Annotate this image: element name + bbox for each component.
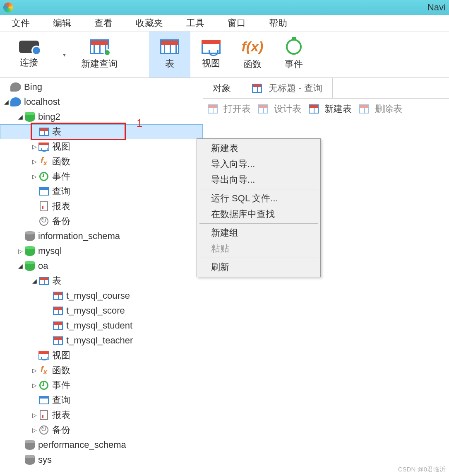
tree-item[interactable]: ◢表 bbox=[0, 273, 203, 288]
tree-item[interactable]: ▷表 bbox=[0, 124, 203, 139]
chevron-right-icon[interactable]: ▷ bbox=[31, 367, 38, 374]
tree-item[interactable]: ▷t_mysql_score bbox=[0, 303, 203, 318]
tree-item[interactable]: ▷报表 bbox=[0, 199, 203, 214]
menu-item[interactable]: 窗口 bbox=[216, 17, 257, 29]
context-menu-item[interactable]: 在数据库中查找 bbox=[198, 206, 319, 222]
tree-item[interactable]: ▷报表 bbox=[0, 408, 203, 423]
toolbar-newquery-button[interactable]: 新建查询 bbox=[70, 31, 128, 77]
app-title: Navi bbox=[427, 2, 446, 13]
tree-item[interactable]: ◢bing2 bbox=[0, 109, 203, 124]
tree-item[interactable]: ▷information_schema bbox=[0, 229, 203, 244]
tree-item[interactable]: ▷视图 bbox=[0, 139, 203, 154]
tree-item[interactable]: ▷Bing bbox=[0, 80, 203, 94]
tree-label: 查询 bbox=[52, 185, 70, 198]
menu-item[interactable]: 帮助 bbox=[257, 17, 299, 29]
function-icon: fx bbox=[38, 365, 50, 376]
button-label: 新建表 bbox=[324, 103, 352, 115]
tree-item[interactable]: ▷t_mysql_teacher bbox=[0, 333, 203, 348]
delete-table-button[interactable]: 删除表 bbox=[358, 103, 402, 115]
table-icon bbox=[38, 126, 50, 138]
menu-item[interactable]: 收藏夹 bbox=[124, 17, 175, 29]
table-icon bbox=[52, 335, 64, 346]
toolbar-label: 事件 bbox=[285, 58, 303, 70]
context-menu-item[interactable]: 导入向导... bbox=[198, 156, 319, 172]
tree-item[interactable]: ▷事件 bbox=[0, 378, 203, 393]
button-label: 设计表 bbox=[274, 103, 301, 115]
context-menu-item[interactable]: 运行 SQL 文件... bbox=[198, 191, 319, 206]
table-plus-icon bbox=[90, 39, 109, 54]
tree-item[interactable]: ▷视图 bbox=[0, 348, 203, 363]
chevron-right-icon[interactable]: ▷ bbox=[31, 158, 38, 165]
toolbar-fx-button[interactable]: f(x)函数 bbox=[232, 31, 273, 77]
view-icon bbox=[38, 350, 50, 361]
menu-item[interactable]: 工具 bbox=[175, 17, 216, 29]
toolbar-view-button[interactable]: 视图 bbox=[190, 31, 232, 77]
chevron-right-icon[interactable]: ▷ bbox=[31, 382, 38, 389]
chevron-right-icon[interactable]: ▷ bbox=[31, 412, 38, 418]
tree-item[interactable]: ◢oa bbox=[0, 259, 203, 273]
tree-item[interactable]: ▷fx函数 bbox=[0, 363, 203, 378]
tab-objects[interactable]: 对象 bbox=[203, 78, 241, 98]
tree-item[interactable]: ▷t_mysql_student bbox=[0, 318, 203, 333]
new-table-button[interactable]: 新建表 bbox=[308, 103, 352, 115]
table-icon bbox=[257, 103, 269, 115]
menu-item[interactable]: 文件 bbox=[0, 17, 41, 29]
tree-item[interactable]: ▷备份 bbox=[0, 423, 203, 437]
tab-untitled-query[interactable]: 无标题 - 查询 bbox=[241, 78, 333, 98]
tree-label: sys bbox=[38, 454, 52, 465]
tree-label: information_schema bbox=[38, 231, 120, 242]
database-icon bbox=[24, 245, 36, 257]
chevron-down-icon[interactable]: ◢ bbox=[2, 99, 10, 105]
chevron-down-icon[interactable]: ◢ bbox=[31, 278, 38, 284]
toolbar-clock-button[interactable]: 事件 bbox=[273, 31, 315, 77]
context-menu-item[interactable]: 刷新 bbox=[198, 259, 319, 275]
chevron-right-icon[interactable]: ▷ bbox=[31, 427, 38, 433]
app-icon bbox=[3, 2, 13, 12]
chevron-down-icon[interactable]: ◢ bbox=[17, 114, 24, 120]
chevron-right-icon[interactable]: ▷ bbox=[17, 248, 24, 254]
tree-label: 备份 bbox=[52, 424, 70, 436]
table-icon bbox=[207, 103, 218, 115]
chevron-right-icon[interactable]: ▷ bbox=[31, 143, 38, 150]
tree-label: 表 bbox=[52, 275, 61, 287]
tree-item[interactable]: ▷备份 bbox=[0, 214, 203, 229]
chevron-right-icon[interactable]: ▷ bbox=[31, 173, 38, 180]
tree-item[interactable]: ▷事件 bbox=[0, 169, 203, 184]
tree-item[interactable]: ▷sys bbox=[0, 452, 203, 467]
clock-icon bbox=[38, 171, 50, 182]
tree-item[interactable]: ▷mysql bbox=[0, 244, 203, 259]
tree-item[interactable]: ▷查询 bbox=[0, 184, 203, 199]
tree-label: 函数 bbox=[52, 364, 70, 377]
tab-bar: 对象 无标题 - 查询 bbox=[203, 78, 449, 99]
tree-item[interactable]: ▷performance_schema bbox=[0, 437, 203, 452]
tree-label: oa bbox=[38, 261, 48, 271]
tree-item[interactable]: ▷t_mysql_course bbox=[0, 288, 203, 303]
tree-item[interactable]: ◢localhost bbox=[0, 94, 203, 109]
chevron-down-icon[interactable]: ◢ bbox=[17, 263, 24, 269]
menu-item[interactable]: 查看 bbox=[83, 17, 124, 29]
context-menu-item[interactable]: 新建表 bbox=[198, 140, 319, 156]
watermark: CSDN @0君临沂 bbox=[398, 466, 446, 474]
table-icon bbox=[160, 39, 179, 54]
context-menu-item[interactable]: 新建组 bbox=[198, 225, 319, 241]
toolbar-label: 视图 bbox=[202, 57, 220, 70]
context-menu-item[interactable]: 导出向导... bbox=[198, 172, 319, 188]
view-icon bbox=[202, 40, 221, 54]
tree-item[interactable]: ▷查询 bbox=[0, 393, 203, 408]
toolbar-table-button[interactable]: 表 bbox=[149, 31, 190, 77]
open-table-button[interactable]: 打开表 bbox=[207, 103, 251, 115]
tree-label: 表 bbox=[52, 126, 61, 138]
toolbar-connect-button[interactable]: 连接 bbox=[0, 31, 58, 77]
tree-label: localhost bbox=[24, 97, 60, 107]
table-minus-icon bbox=[358, 103, 370, 115]
tree-label: 事件 bbox=[52, 170, 70, 183]
design-table-button[interactable]: 设计表 bbox=[257, 103, 301, 115]
function-icon: fx bbox=[38, 156, 50, 167]
menu-item[interactable]: 编辑 bbox=[41, 17, 83, 29]
chevron-down-icon[interactable]: ▾ bbox=[58, 31, 70, 77]
context-menu-item: 粘贴 bbox=[198, 241, 319, 256]
plug-icon bbox=[19, 41, 39, 53]
tree-item[interactable]: ▷fx函数 bbox=[0, 154, 203, 169]
toolbar: 连接▾新建查询表视图f(x)函数事件 bbox=[0, 31, 449, 78]
query-icon bbox=[38, 186, 50, 197]
